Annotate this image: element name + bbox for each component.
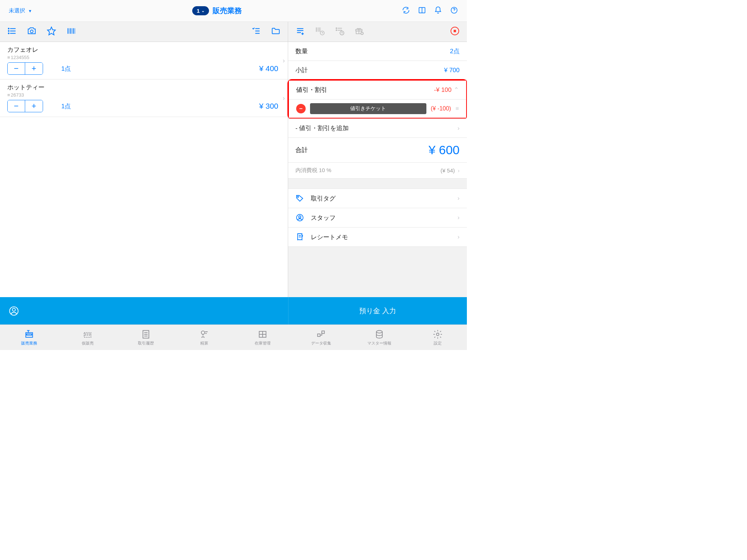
list-icon[interactable] <box>7 26 17 37</box>
panel-icon[interactable] <box>418 6 426 16</box>
qty-minus-button[interactable]: − <box>8 63 25 74</box>
svg-rect-54 <box>85 334 90 335</box>
chevron-down-icon: ▼ <box>28 9 32 13</box>
person-icon <box>295 213 304 222</box>
record-icon[interactable] <box>450 26 460 37</box>
gift-add-icon[interactable] <box>355 26 364 37</box>
item-price: ¥ 300 <box>259 102 280 110</box>
transaction-tag-row[interactable]: 取引タグ › <box>288 188 467 208</box>
svg-point-7 <box>8 31 9 31</box>
folder-icon[interactable] <box>271 26 280 37</box>
item-name: ホットティー <box>7 83 280 92</box>
svg-rect-63 <box>318 334 320 336</box>
item-name: カフェオレ <box>7 46 280 54</box>
svg-point-32 <box>336 28 337 28</box>
cart-item-row[interactable]: カフェオレ ≡1234555 − + 1点 ¥ 400 › <box>0 42 288 79</box>
svg-rect-64 <box>322 331 324 333</box>
svg-rect-16 <box>75 28 75 34</box>
star-icon[interactable] <box>47 26 56 37</box>
delete-discount-button[interactable] <box>296 104 306 113</box>
discount-amount: (¥ -100) <box>431 105 451 112</box>
bell-icon[interactable] <box>434 6 442 16</box>
chevron-right-icon: › <box>283 57 285 65</box>
svg-point-66 <box>437 333 439 335</box>
svg-point-44 <box>299 216 301 218</box>
subtotal-row: 小計 ¥ 700 <box>288 61 467 80</box>
svg-rect-27 <box>319 27 320 32</box>
customer-button[interactable] <box>0 297 288 324</box>
tab-inventory[interactable]: 在庫管理 <box>233 325 292 350</box>
item-qty: 1点 <box>61 102 71 110</box>
register-badge[interactable]: 1 ⌄ <box>192 6 209 15</box>
discount-item-row: 値引きチケット (¥ -100) ≡ <box>289 100 466 118</box>
app-header: 未選択 ▼ 1 ⌄ 販売業務 <box>0 0 467 22</box>
add-discount-row[interactable]: - 値引・割引を追加 › <box>288 118 467 138</box>
list-history-icon[interactable] <box>335 26 344 37</box>
receipt-memo-row[interactable]: レシートメモ › <box>288 227 467 247</box>
toolbar <box>0 22 467 42</box>
memo-icon <box>295 233 304 241</box>
barcode-history-icon[interactable] <box>315 26 325 37</box>
discount-ticket-chip[interactable]: 値引きチケット <box>310 103 426 114</box>
tab-master[interactable]: マスター情報 <box>350 325 409 350</box>
summary-panel: 数量 2点 小計 ¥ 700 値引・割引 -¥ 100 ⌃ 値引きチケット (¥… <box>288 42 467 297</box>
svg-rect-28 <box>320 27 321 32</box>
camera-icon[interactable] <box>27 26 36 37</box>
chevron-right-icon: › <box>283 94 285 102</box>
unselected-label: 未選択 <box>9 7 25 14</box>
chevron-right-icon: › <box>458 167 460 174</box>
tag-icon <box>295 194 304 203</box>
tab-settlement[interactable]: 精算 <box>175 325 233 350</box>
help-icon[interactable] <box>450 6 458 16</box>
svg-point-9 <box>30 30 33 33</box>
svg-rect-26 <box>318 27 318 32</box>
tax-row[interactable]: 内消費税 10 % (¥ 54)› <box>288 163 467 179</box>
list-add-icon[interactable] <box>295 26 305 37</box>
item-code: ≡26733 <box>7 92 280 98</box>
grip-icon[interactable]: ≡ <box>456 105 459 112</box>
total-row: 合計 ¥ 600 <box>288 138 467 163</box>
tab-settings[interactable]: 設定 <box>409 325 467 350</box>
item-qty: 1点 <box>61 65 71 73</box>
qty-plus-button[interactable]: + <box>25 100 43 112</box>
svg-point-8 <box>8 33 9 34</box>
chevron-right-icon: › <box>457 214 460 221</box>
staff-row[interactable]: スタッフ › <box>288 208 467 228</box>
chevron-right-icon: › <box>457 125 460 132</box>
svg-rect-12 <box>69 28 70 34</box>
svg-rect-13 <box>70 28 71 34</box>
svg-rect-50 <box>27 334 32 335</box>
deposit-button[interactable]: 預り金 入力 <box>288 297 467 324</box>
svg-point-33 <box>336 30 337 31</box>
svg-point-59 <box>201 331 205 334</box>
barcode-icon[interactable] <box>66 26 76 37</box>
discount-header-row[interactable]: 値引・割引 -¥ 100 ⌃ <box>289 81 466 100</box>
selector-unselected[interactable]: 未選択 ▼ <box>9 7 32 14</box>
tab-history[interactable]: 取引履歴 <box>117 325 175 350</box>
qty-summary-row: 数量 2点 <box>288 42 467 61</box>
item-list: カフェオレ ≡1234555 − + 1点 ¥ 400 › ホットティー ≡26… <box>0 42 288 297</box>
footer-action-bar: 預り金 入力 <box>0 297 467 324</box>
chevron-up-icon: ⌃ <box>454 86 459 94</box>
header-title-group[interactable]: 1 ⌄ 販売業務 <box>192 6 241 16</box>
svg-rect-40 <box>454 30 456 32</box>
page-title: 販売業務 <box>213 6 242 16</box>
cart-item-row[interactable]: ホットティー ≡26733 − + 1点 ¥ 300 › <box>0 79 288 117</box>
qty-plus-button[interactable]: + <box>25 63 43 74</box>
tab-sales[interactable]: 販売業務 <box>0 325 58 350</box>
tab-hold[interactable]: 仮販売 <box>58 325 117 350</box>
svg-point-48 <box>12 308 15 311</box>
discount-highlight: 値引・割引 -¥ 100 ⌃ 値引きチケット (¥ -100) ≡ <box>287 79 467 119</box>
chevron-right-icon: › <box>457 195 460 202</box>
item-code: ≡1234555 <box>7 55 280 60</box>
qty-minus-button[interactable]: − <box>8 100 25 112</box>
svg-rect-25 <box>316 27 317 32</box>
svg-point-6 <box>8 28 9 29</box>
chevron-down-icon: ⌄ <box>201 8 205 13</box>
checklist-icon[interactable] <box>251 26 261 37</box>
svg-rect-15 <box>73 28 74 34</box>
tab-data[interactable]: データ収集 <box>292 325 350 350</box>
svg-point-65 <box>376 330 382 333</box>
svg-point-42 <box>298 197 299 198</box>
refresh-icon[interactable] <box>402 6 410 16</box>
